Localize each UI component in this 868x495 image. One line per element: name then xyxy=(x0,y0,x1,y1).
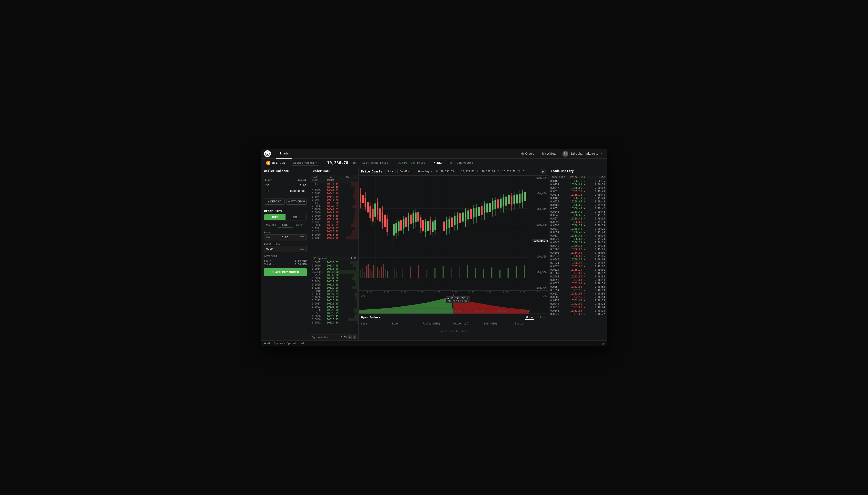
ob-ask-row[interactable]: 0.592210344.30- xyxy=(310,192,358,195)
buy-tab[interactable]: BUY xyxy=(264,215,285,220)
aggregation-minus-button[interactable]: − xyxy=(348,336,351,339)
chart-body[interactable]: $10,425 $10,400 $10,375 $10,350 $10,336.… xyxy=(359,176,548,290)
th-row[interactable]: 0.182110336.98 ↗9:49:02 xyxy=(548,261,607,264)
th-row[interactable]: 0.004810338.66 ↗9:49:37 xyxy=(548,214,607,217)
th-row[interactable]: 0.002710338.63 ↗9:49:20 xyxy=(548,237,607,241)
th-row[interactable]: 0.344210333.84 ↗9:48:54 xyxy=(548,275,607,278)
sell-tab[interactable]: SELL xyxy=(285,215,307,220)
th-row[interactable]: 0.004810332.95 ↗9:48:28 xyxy=(548,302,607,306)
ob-bid-row[interactable]: 0.032210326.50- xyxy=(310,299,358,302)
ob-ask-row[interactable]: 0.600010341.80- xyxy=(310,211,358,214)
ob-bid-row[interactable]: 0.001010328.15- xyxy=(310,289,358,293)
ob-bid-row[interactable]: 6.000010325.25- xyxy=(310,318,358,321)
limit-order-tab[interactable]: LIMIT xyxy=(278,222,292,228)
th-row[interactable]: 0.009310336.69 ↗9:49:30 xyxy=(548,220,607,224)
th-row[interactable]: 0.00710335.29 ↗9:49:49 xyxy=(548,189,607,193)
th-row[interactable]: 0.00110338.42 ↗9:49:26 xyxy=(548,227,607,231)
th-row[interactable]: 0.293310336.80 ↗9:49:06 xyxy=(548,254,607,258)
ob-bid-row[interactable]: 4.004510335.05- xyxy=(310,261,358,264)
th-row[interactable]: 0.007610335.00 ↗9:49:02 xyxy=(548,264,607,268)
th-row[interactable]: 0.01110338.42 ↗9:49:20 xyxy=(548,234,607,237)
ob-ask-row[interactable]: 1.00710344.00- xyxy=(310,195,358,198)
ob-ask-row[interactable]: 0.299910344.35- xyxy=(310,189,358,192)
th-row[interactable]: 0.035310333.01 ↗9:48:54 xyxy=(548,278,607,281)
th-row[interactable]: 0.010210336.78 ↗9:50:15 xyxy=(548,179,607,183)
th-row[interactable]: 0.023410331.02 ↗9:48:28 xyxy=(548,298,607,302)
th-row[interactable]: 0.166710333.60 ↗9:48:57 xyxy=(548,271,607,275)
logo[interactable]: C xyxy=(264,150,271,157)
th-row[interactable]: 0.046310336.71 ↗9:49:48 xyxy=(548,197,607,200)
ob-ask-row[interactable]: 2.000010342.85- xyxy=(310,205,358,208)
ob-ask-row[interactable]: 3.000010336.35- xyxy=(310,233,358,236)
my-wallets-button[interactable]: My Wallets xyxy=(539,151,560,157)
pair-selector[interactable]: ₿ BTC-USD xyxy=(264,160,287,166)
ob-bid-row[interactable]: 3.026810329.00- xyxy=(310,286,358,289)
th-row[interactable]: 0.002410335.29 ↗9:49:01 xyxy=(548,268,607,271)
withdraw-button[interactable]: ⊖ WITHDRAW xyxy=(286,199,307,205)
ob-bid-row[interactable]: 0.100010327.25- xyxy=(310,296,358,299)
th-row[interactable]: 0.109410332.96 ↗9:48:53 xyxy=(548,288,607,292)
th-row[interactable]: 0.004610338.29 ↗9:49:19 xyxy=(548,241,607,244)
th-row[interactable]: 0.00710338.42 ↗9:49:35 xyxy=(548,217,607,220)
max-link[interactable]: Max xyxy=(266,236,270,239)
user-area[interactable]: SN Satoshi Nakamoto ▾ xyxy=(560,150,604,158)
ob-bid-row[interactable]: 2.500010334.95- xyxy=(310,264,358,267)
th-row[interactable]: 0.400010336.80 ↗9:49:06 xyxy=(548,251,607,254)
deposit-button[interactable]: ⊕ DEPOSIT xyxy=(264,199,284,205)
th-row[interactable]: 0.296810336.80 ↗9:49:06 xyxy=(548,248,607,251)
ob-ask-row[interactable]: 0.13210337.35- xyxy=(310,227,358,230)
ob-ask-row[interactable]: 3.000010339.25- xyxy=(310,224,358,227)
aggregation-plus-button[interactable]: + xyxy=(353,336,357,339)
th-row[interactable]: 0.00510338.42 ↗9:49:42 xyxy=(548,207,607,210)
th-row[interactable]: 0.004610332.95 ↗9:48:24 xyxy=(548,309,607,312)
th-row[interactable]: 0.004710338.05 ↗9:50:02 xyxy=(548,186,607,189)
th-row[interactable]: 0.008310332.95 ↗9:48:43 xyxy=(548,295,607,298)
tab-trade[interactable]: Trade xyxy=(276,149,292,158)
th-row[interactable]: 0.002310338.05 ↗9:49:48 xyxy=(548,200,607,203)
ob-bid-row[interactable]: 0.099910329.25- xyxy=(310,283,358,286)
tab-open[interactable]: Open xyxy=(525,315,534,320)
overlay-selector[interactable]: Overlay ▾ xyxy=(416,169,434,174)
tab-fills[interactable]: Fills xyxy=(536,315,546,320)
ob-ask-row[interactable]: 5.60110336.30- xyxy=(310,236,358,239)
th-row[interactable]: 0.095210336.81 ↗9:50:14 xyxy=(548,183,607,186)
th-row[interactable]: 0.001610331.00 ↗9:48:24 xyxy=(548,306,607,309)
market-order-tab[interactable]: MARKET xyxy=(264,222,278,228)
depth-chart[interactable]: -300 300 $10,180 $10,230 $10,280 $10,330… xyxy=(359,294,548,313)
ob-bid-row[interactable]: 0.003710326.45- xyxy=(310,302,358,305)
advanced-row[interactable]: Advanced ▾ xyxy=(261,253,310,259)
th-row[interactable]: 0.046310338.05 ↗9:49:48 xyxy=(548,203,607,207)
ob-bid-row[interactable]: 0.759910332.90- xyxy=(310,274,358,277)
chart-type-selector[interactable]: Candle ▾ xyxy=(397,169,414,174)
market-select[interactable]: Select Market ▾ xyxy=(291,160,319,166)
ob-ask-row[interactable]: 2.41410336.55- xyxy=(310,230,358,233)
ob-ask-row[interactable]: 1.000010340.65- xyxy=(310,214,358,217)
ob-bid-row[interactable]: 1.000010327.95- xyxy=(310,293,358,296)
my-orders-button[interactable]: My Orders xyxy=(517,151,538,157)
ob-ask-row[interactable]: 0.0110344.40- xyxy=(310,186,358,189)
ob-ask-row[interactable]: 3.1410344.45- xyxy=(310,183,358,186)
th-row[interactable]: 0.005410338.46 ↗9:49:20 xyxy=(548,231,607,234)
ob-ask-row[interactable]: 0.759910340.35- xyxy=(310,217,358,220)
ob-bid-row[interactable]: 1.290410329.35- xyxy=(310,280,358,283)
ob-bid-row[interactable]: 0.616810326.30- xyxy=(310,308,358,311)
th-row[interactable]: 0.00110332.95 ↗9:48:50 xyxy=(548,292,607,295)
stop-order-tab[interactable]: STOP xyxy=(293,222,307,228)
ob-bid-row[interactable]: 0.098410333.50- xyxy=(310,267,358,270)
ob-bid-row[interactable]: 3.000010331.00- xyxy=(310,277,358,280)
th-row[interactable]: 0.004610339.54 ↗9:49:06 xyxy=(548,258,607,261)
chart-nav-button[interactable]: ▶ xyxy=(541,169,546,174)
timeframe-selector[interactable]: 5m ▾ xyxy=(385,169,395,174)
ob-bid-row[interactable]: 25.300010333.00- xyxy=(310,270,358,274)
th-row[interactable]: 0.009310338.27 ↗9:49:28 xyxy=(548,224,607,227)
ob-ask-row[interactable]: 1.004710343.75- xyxy=(310,198,358,202)
th-row[interactable]: 0.00510333.00 ↗9:48:53 xyxy=(548,285,607,288)
place-buy-order-button[interactable]: PLACE BUY ORDER xyxy=(264,268,307,276)
th-row[interactable]: 0.004810338.42 ↗9:49:42 xyxy=(548,210,607,214)
ob-bid-row[interactable]: 1.000010325.45- xyxy=(310,315,358,318)
ob-ask-row[interactable]: 0.13210342.90- xyxy=(310,202,358,205)
ob-bid-row[interactable]: 0.0510325.75- xyxy=(310,311,358,315)
ob-bid-row[interactable]: 0.002310326.40- xyxy=(310,305,358,308)
settings-icon[interactable]: ⚙ xyxy=(602,342,604,345)
th-row[interactable]: 0.002310333.01 ↗9:48:53 xyxy=(548,281,607,285)
